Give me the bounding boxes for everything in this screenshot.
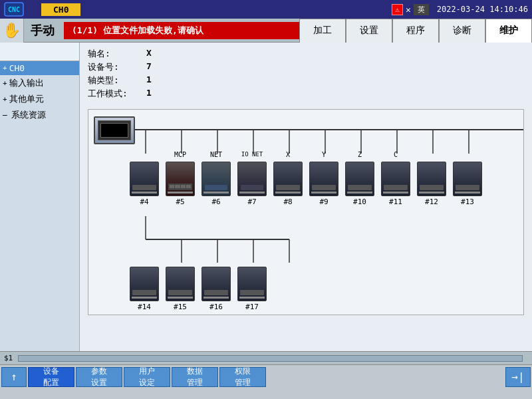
sidebar-item-sysres[interactable]: ─ 系统资源 — [0, 107, 79, 123]
device-7[interactable]: IO NET #7 — [237, 151, 267, 206]
device-10[interactable]: Z #10 — [345, 151, 374, 206]
device-12[interactable]: #12 — [417, 151, 446, 206]
mode-icon: ✋ — [0, 19, 24, 43]
device-6[interactable]: NET #6 — [201, 151, 231, 206]
bottom-tab-permissions[interactable]: 权限 管理 — [219, 367, 266, 387]
axis-type-value: 1 — [146, 74, 166, 86]
status-label: $1 — [4, 354, 13, 362]
svg-text:CNC: CNC — [8, 6, 20, 13]
bottom-tab-param-settings[interactable]: 参数 设置 — [76, 367, 122, 387]
language-selector[interactable]: 英 — [414, 4, 429, 15]
tab-diagnostics[interactable]: 诊断 — [439, 19, 485, 43]
main-controller — [94, 116, 135, 144]
dash-icon: ─ — [3, 111, 7, 120]
tab-machining[interactable]: 加工 — [299, 19, 346, 43]
device-14[interactable]: #14 — [130, 256, 159, 311]
device-16[interactable]: #16 — [201, 256, 231, 311]
expand-icon: + — [3, 64, 7, 72]
sidebar-item-label: CH0 — [9, 63, 25, 73]
nav-up-button[interactable]: ↑ — [1, 367, 27, 387]
nav-tabs: 加工 设置 程序 诊断 维护 — [299, 19, 532, 43]
top-bar: CNC CH0 ⚠ ✕ 英 2022-03-24 14:10:46 — [0, 0, 532, 19]
device-no-value: 7 — [146, 61, 166, 73]
sidebar: + CH0 + 输入输出 + 其他单元 ─ 系统资源 — [0, 43, 80, 351]
sidebar-item-label: 其他单元 — [9, 93, 44, 105]
ch0-badge[interactable]: CH0 — [41, 3, 80, 16]
nav-right-button[interactable]: →| — [505, 367, 531, 387]
sidebar-item-io[interactable]: + 输入输出 — [0, 75, 79, 91]
device-15[interactable]: #15 — [166, 256, 195, 311]
mode-bar: ✋ 手动 (1/1) 位置文件加载失败,请确认 加工 设置 程序 诊断 维护 — [0, 19, 532, 43]
status-bar: $1 — [0, 351, 532, 364]
bottom-tab-user-settings[interactable]: 用户 设定 — [124, 367, 170, 387]
device-row-2: #14 #15 — [130, 256, 267, 311]
bottom-tab-data-management[interactable]: 数据 管理 — [172, 367, 218, 387]
sidebar-item-other[interactable]: + 其他单元 — [0, 91, 79, 107]
device-row-1: #4 MCP #5 — [130, 151, 482, 206]
content-area: 轴名: X 设备号: 7 轴类型: 1 工作模式: 1 — [80, 43, 532, 351]
device-8[interactable]: X #8 — [273, 151, 303, 206]
device-13[interactable]: #13 — [453, 151, 482, 206]
close-button[interactable]: ✕ — [406, 5, 411, 15]
device-no-label: 设备号: — [88, 61, 141, 73]
axis-name-value: X — [146, 48, 166, 60]
device-9[interactable]: Y #9 — [309, 151, 338, 206]
tab-maintenance[interactable]: 维护 — [485, 19, 532, 43]
bottom-bar: ↑ 设备 配置 参数 设置 用户 设定 数据 管理 权限 管理 →| — [0, 364, 532, 388]
tab-program[interactable]: 程序 — [392, 19, 439, 43]
work-mode-label: 工作模式: — [88, 88, 141, 100]
bottom-tab-device-config[interactable]: 设备 配置 — [28, 367, 74, 387]
expand-icon: + — [3, 79, 7, 88]
device-11[interactable]: C #11 — [381, 151, 410, 206]
expand-icon: + — [3, 95, 7, 104]
device-5[interactable]: MCP #5 — [166, 151, 195, 206]
sidebar-search[interactable] — [0, 43, 79, 61]
mode-label: 手动 — [24, 23, 61, 39]
device-4[interactable]: #4 — [130, 151, 159, 206]
alert-message: (1/1) 位置文件加载失败,请确认 — [64, 22, 299, 39]
sidebar-item-label: 系统资源 — [11, 109, 46, 121]
device-17[interactable]: #17 — [237, 256, 267, 311]
info-section: 轴名: X 设备号: 7 轴类型: 1 工作模式: 1 — [88, 48, 524, 100]
sidebar-item-label: 输入输出 — [9, 77, 44, 89]
sidebar-item-ch0[interactable]: + CH0 — [0, 61, 79, 75]
work-mode-value: 1 — [146, 88, 166, 100]
diagram-area: #4 MCP #5 — [88, 109, 524, 315]
axis-name-label: 轴名: — [88, 48, 141, 60]
main-layout: + CH0 + 输入输出 + 其他单元 ─ 系统资源 轴名: X 设备号: 7 … — [0, 43, 532, 351]
alarm-indicator: ⚠ — [392, 4, 403, 15]
top-bar-icons: ⚠ ✕ 英 2022-03-24 14:10:46 — [392, 4, 532, 15]
datetime-display: 2022-03-24 14:10:46 — [437, 5, 528, 14]
logo: CNC — [0, 0, 28, 19]
axis-type-label: 轴类型: — [88, 74, 141, 86]
tab-settings[interactable]: 设置 — [346, 19, 392, 43]
